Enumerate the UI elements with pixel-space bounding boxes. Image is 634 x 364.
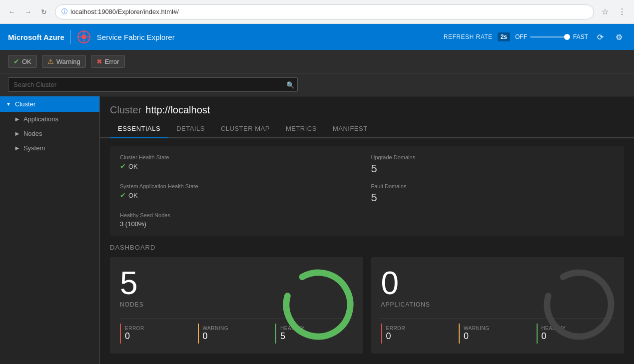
- cluster-url: http://localhost: [145, 104, 210, 115]
- error-icon: ✖: [96, 57, 102, 65]
- address-bar[interactable]: ⓘ localhost:19080/Explorer/index.html#/: [55, 4, 594, 19]
- top-bar-right: REFRESH RATE 2s OFF FAST ⟳ ⚙: [444, 30, 626, 44]
- upgrade-domains-label: Upgrade Domains: [371, 154, 615, 160]
- browser-toolbar: ☆ ⋮: [598, 5, 629, 19]
- nodes-warning-stat: WARNING 0: [198, 324, 276, 344]
- nodes-card: 5 NODES ERROR: [110, 257, 363, 354]
- svg-point-1: [81, 34, 86, 39]
- search-input[interactable]: [8, 77, 298, 92]
- forward-button[interactable]: →: [21, 5, 35, 19]
- tab-manifest[interactable]: MANIFEST: [325, 120, 376, 138]
- health-ok-icon: ✔: [120, 162, 126, 170]
- ok-status-button[interactable]: ✔ OK: [8, 55, 37, 68]
- seed-nodes-item: Healthy Seed Nodes 3 (100%): [120, 212, 363, 228]
- status-bar: ✔ OK ⚠ Warning ✖ Error: [0, 50, 634, 73]
- sys-health-ok-icon: ✔: [120, 191, 126, 199]
- reload-button[interactable]: ↻: [37, 5, 51, 19]
- browser-nav-buttons: ← → ↻: [5, 5, 51, 19]
- seed-nodes-value: 3 (100%): [120, 220, 363, 228]
- tab-metrics[interactable]: METRICS: [278, 120, 325, 138]
- cluster-title: Cluster: [110, 104, 141, 115]
- nodes-error-value: 0: [125, 331, 194, 342]
- sidebar-nodes-label: Nodes: [23, 130, 42, 137]
- app-title: Service Fabric Explorer: [97, 33, 175, 41]
- settings-icon[interactable]: ⚙: [612, 30, 626, 44]
- warning-label: Warning: [56, 58, 80, 65]
- warning-icon: ⚠: [47, 57, 54, 65]
- cluster-health-item: Cluster Health State ✔ OK: [120, 154, 363, 175]
- apps-warning-value: 0: [464, 331, 533, 342]
- apps-warning-stat: WARNING 0: [459, 324, 537, 344]
- nodes-error-stat: ERROR 0: [120, 324, 198, 344]
- essentials-panel: Cluster Health State ✔ OK Upgrade Domain…: [110, 146, 624, 236]
- browser-chrome: ← → ↻ ⓘ localhost:19080/Explorer/index.h…: [0, 0, 634, 24]
- sys-app-health-value: ✔ OK: [120, 191, 363, 199]
- apps-error-stat: ERROR 0: [381, 324, 459, 344]
- nodes-gauge: [278, 265, 358, 345]
- fault-domains-value: 5: [371, 191, 615, 204]
- top-bar-left: Microsoft Azure Service Fabric Explorer: [8, 30, 175, 44]
- more-options-icon[interactable]: ⋮: [615, 5, 629, 19]
- chevron-down-icon: ▼: [6, 101, 12, 107]
- app-container: Microsoft Azure Service Fabric Explorer …: [0, 24, 634, 364]
- back-button[interactable]: ←: [5, 5, 19, 19]
- search-wrap: 🔍: [8, 77, 298, 92]
- sys-app-health-item: System Application Health State ✔ OK: [120, 183, 363, 204]
- dashboard-cards: 5 NODES ERROR: [110, 257, 624, 354]
- sidebar-item-system[interactable]: ► System: [0, 141, 99, 155]
- warning-status-button[interactable]: ⚠ Warning: [42, 55, 86, 68]
- search-bar: 🔍: [0, 73, 634, 96]
- divider: [70, 30, 71, 44]
- refresh-value: 2s: [498, 32, 510, 41]
- fast-label: FAST: [573, 33, 588, 40]
- tab-essentials[interactable]: ESSENTIALS: [110, 120, 168, 138]
- speed-slider[interactable]: [530, 36, 570, 38]
- refresh-rate-label: REFRESH RATE: [444, 33, 493, 40]
- fault-domains-label: Fault Domains: [371, 183, 615, 189]
- sys-app-health-label: System Application Health State: [120, 183, 363, 189]
- sidebar: ▼ Cluster ► Applications ► Nodes ► Syste…: [0, 96, 100, 364]
- seed-nodes-label: Healthy Seed Nodes: [120, 212, 363, 218]
- right-panel: Clusterhttp://localhost ESSENTIALS DETAI…: [100, 96, 634, 364]
- search-button[interactable]: 🔍: [286, 81, 295, 88]
- svg-point-3: [274, 261, 362, 349]
- bookmark-icon[interactable]: ☆: [598, 5, 612, 19]
- off-label: OFF: [515, 33, 527, 40]
- nodes-error-label: ERROR: [125, 326, 194, 331]
- slider-thumb: [564, 34, 570, 40]
- speed-control[interactable]: OFF FAST: [515, 33, 588, 40]
- apps-error-value: 0: [386, 331, 455, 342]
- sidebar-applications-label: Applications: [23, 115, 58, 123]
- cluster-health-label: Cluster Health State: [120, 154, 363, 160]
- tabs: ESSENTIALS DETAILS CLUSTER MAP METRICS M…: [100, 120, 634, 138]
- upgrade-domains-item: Upgrade Domains 5: [371, 154, 615, 175]
- apps-card: 0 APPLICATIONS ERROR 0: [371, 257, 625, 354]
- refresh-icon[interactable]: ⟳: [593, 30, 607, 44]
- dashboard-section: DASHBOARD 5 NODES: [100, 244, 634, 364]
- upgrade-domains-value: 5: [371, 162, 615, 175]
- error-label: Error: [105, 58, 119, 65]
- chevron-right-icon-2: ►: [14, 130, 20, 137]
- cluster-header: Clusterhttp://localhost: [100, 96, 634, 120]
- secure-icon: ⓘ: [61, 7, 67, 16]
- essentials-grid: Cluster Health State ✔ OK Upgrade Domain…: [120, 154, 614, 228]
- top-bar: Microsoft Azure Service Fabric Explorer …: [0, 24, 634, 50]
- fault-domains-item: Fault Domains 5: [371, 183, 615, 204]
- apps-warning-label: WARNING: [464, 326, 533, 331]
- sidebar-system-label: System: [23, 144, 45, 152]
- chevron-right-icon-3: ►: [14, 144, 20, 152]
- tab-details[interactable]: DETAILS: [168, 120, 213, 138]
- url-text: localhost:19080/Explorer/index.html#/: [70, 8, 179, 15]
- sidebar-item-nodes[interactable]: ► Nodes: [0, 126, 99, 141]
- tab-cluster-map[interactable]: CLUSTER MAP: [213, 120, 278, 138]
- nodes-warning-label: WARNING: [203, 326, 272, 331]
- cluster-health-value: ✔ OK: [120, 162, 363, 170]
- sidebar-item-cluster[interactable]: ▼ Cluster: [0, 96, 99, 112]
- sidebar-item-applications[interactable]: ► Applications: [0, 112, 99, 126]
- ok-icon: ✔: [13, 57, 19, 65]
- chevron-right-icon: ►: [14, 115, 20, 123]
- apps-error-label: ERROR: [386, 326, 455, 331]
- error-status-button[interactable]: ✖ Error: [91, 55, 125, 68]
- fabric-icon: [77, 30, 91, 44]
- svg-point-4: [536, 261, 623, 349]
